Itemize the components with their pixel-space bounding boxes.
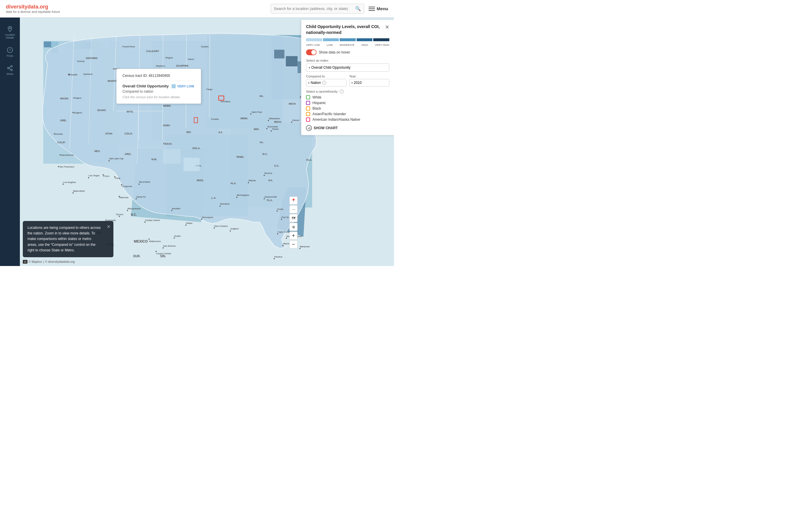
svg-text:?: ?: [9, 48, 11, 52]
svg-text:Seneca: Seneca: [264, 172, 272, 175]
year-chevron-icon: ▾: [351, 81, 353, 84]
index-label: Select an index:: [306, 59, 389, 62]
svg-point-162: [268, 120, 269, 121]
svg-point-104: [136, 198, 137, 199]
svg-text:Regina: Regina: [165, 56, 173, 59]
svg-point-4: [11, 69, 13, 71]
svg-text:Los Angeles: Los Angeles: [63, 181, 76, 183]
svg-point-132: [230, 230, 231, 232]
svg-text:N.M.: N.M.: [152, 158, 157, 161]
svg-point-126: [219, 205, 221, 206]
sidebar-item-share[interactable]: Share: [5, 62, 15, 78]
map-outline-control[interactable]: 🗺: [289, 214, 298, 222]
svg-point-112: [144, 221, 145, 223]
logo-text[interactable]: diversitydata.org: [6, 4, 60, 10]
svg-text:DUR.: DUR.: [133, 255, 141, 258]
show-chart-button[interactable]: ◁ SHOW CHART: [306, 125, 389, 131]
svg-text:Mexico: Mexico: [134, 239, 147, 243]
svg-point-78: [73, 112, 74, 113]
year-label: Year:: [349, 75, 390, 78]
race-checkbox-asian[interactable]: [306, 112, 310, 116]
svg-point-156: [271, 130, 272, 132]
svg-rect-187: [274, 50, 284, 58]
panel-header: Child Opportunity Levels, overall COI, n…: [306, 24, 389, 35]
svg-point-158: [291, 122, 292, 123]
copyright-text: |: [43, 260, 44, 263]
question-circle-icon: ?: [7, 47, 13, 53]
sidebar-item-faqs[interactable]: ? FAQs: [5, 44, 15, 60]
index-select[interactable]: ▾ Overall Child Opportunity: [306, 63, 389, 72]
index-chevron-icon: ▾: [309, 66, 310, 69]
svg-point-108: [119, 216, 120, 217]
svg-rect-186: [286, 56, 298, 66]
svg-text:Powell River: Powell River: [122, 45, 135, 48]
header-right: 🔍 Menu: [271, 4, 388, 14]
svg-point-140: [264, 198, 265, 199]
chart-icon: ◁: [306, 125, 312, 131]
menu-button[interactable]: Menu: [369, 6, 388, 11]
svg-point-148: [286, 238, 287, 239]
compare-row: Compared to: ▾ Nation ? Year: ▾ 2010: [306, 75, 389, 86]
zoom-out-button[interactable]: −: [289, 240, 298, 249]
compare-chevron-icon: ▾: [308, 81, 310, 84]
svg-text:Provo: Provo: [103, 175, 109, 177]
svg-text:Cody: Cody: [115, 177, 120, 179]
map-pin-control[interactable]: 📍: [289, 196, 298, 204]
race-checkbox-black[interactable]: [306, 106, 310, 111]
race-checkbox-white[interactable]: [306, 95, 310, 99]
svg-text:PA.: PA.: [259, 95, 264, 98]
svg-text:CALIF.: CALIF.: [57, 141, 65, 144]
race-item-native[interactable]: American Indian/Alaska Native: [306, 118, 389, 122]
race-item-hispanic[interactable]: Hispanic: [306, 101, 389, 105]
svg-text:San Francisco: San Francisco: [59, 165, 75, 168]
hover-toggle-switch[interactable]: [306, 50, 317, 55]
svg-text:Matamoros: Matamoros: [149, 240, 161, 243]
panel-close-button[interactable]: ✕: [385, 24, 389, 31]
svg-text:Salt Lake City: Salt Lake City: [109, 157, 123, 160]
svg-text:Ocala: Ocala: [277, 208, 283, 211]
race-item-black[interactable]: Black: [306, 106, 389, 111]
zoom-in-button[interactable]: +: [289, 232, 298, 240]
search-bar[interactable]: 🔍: [271, 4, 364, 14]
svg-text:ARIZ.: ARIZ.: [124, 153, 132, 156]
race-info-icon[interactable]: ?: [340, 90, 344, 94]
index-section: Select an index: ▾ Overall Child Opportu…: [306, 59, 389, 72]
svg-point-138: [264, 175, 265, 176]
sidebar-item-location[interactable]: LocationDetails: [4, 23, 16, 41]
compare-select-value: Nation: [311, 81, 321, 85]
svg-text:Dauphin: Dauphin: [176, 64, 188, 67]
search-input[interactable]: [274, 6, 355, 11]
race-checkbox-native[interactable]: [306, 118, 310, 122]
race-label-white: White: [312, 95, 321, 99]
notification-text: Locations are being compared to others a…: [27, 226, 101, 252]
tooltip-level-text: VERY LOW: [177, 84, 194, 88]
svg-text:Jacksonville: Jacksonville: [264, 196, 277, 198]
svg-point-154: [274, 258, 275, 259]
year-select[interactable]: ▾ 2010: [349, 79, 390, 86]
compare-info-icon[interactable]: ?: [322, 81, 326, 85]
race-checkbox-hispanic[interactable]: [306, 101, 310, 105]
race-item-asian[interactable]: Asian/Pacific Islander: [306, 112, 389, 116]
map-dots-control[interactable]: ⋯: [289, 205, 298, 213]
map-compass-control[interactable]: ⊕: [289, 223, 298, 231]
notification-close-button[interactable]: ✕: [107, 224, 111, 230]
svg-text:VA.: VA.: [259, 141, 264, 144]
logo-main: diversitydata: [6, 4, 38, 9]
svg-text:Eureka: Eureka: [55, 133, 63, 135]
svg-text:Toledo: Toledo: [272, 128, 279, 130]
sidebar-share-label: Share: [6, 73, 14, 75]
svg-text:IOWA: IOWA: [163, 124, 170, 127]
svg-point-134: [236, 197, 237, 198]
svg-text:IDAHO: IDAHO: [97, 109, 106, 112]
site-copyright: © diversitydatakids.org: [45, 260, 75, 263]
race-item-white[interactable]: White: [306, 95, 389, 99]
race-label-asian: Asian/Pacific Islander: [312, 112, 346, 116]
logo-area: diversitydata.org data for a diverse and…: [6, 4, 60, 14]
svg-text:Albuquerque: Albuquerque: [127, 207, 141, 210]
svg-text:Cheyenne: Cheyenne: [122, 185, 132, 188]
svg-text:Memphis: Memphis: [220, 202, 230, 205]
logo-subtitle: data for a diverse and equitable future: [6, 10, 60, 14]
compare-select[interactable]: ▾ Nation ?: [306, 79, 346, 86]
svg-text:Havana: Havana: [274, 255, 282, 258]
svg-text:COLO.: COLO.: [124, 132, 133, 135]
